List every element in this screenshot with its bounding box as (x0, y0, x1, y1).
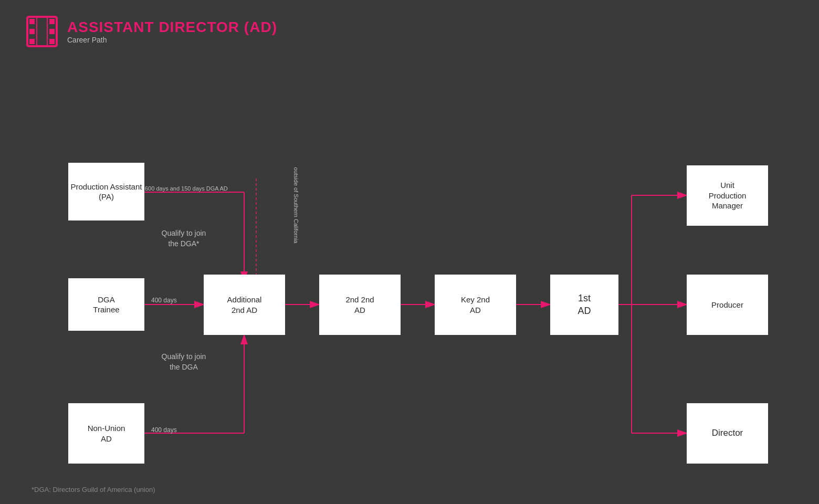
career-path-diagram: Production Assistant (PA) DGATrainee Add… (32, 74, 798, 483)
page-subtitle: Career Path (67, 36, 277, 44)
box-key-2nd-ad: Key 2ndAD (435, 275, 516, 335)
svg-rect-2 (29, 19, 35, 24)
box-non-union-ad: Non-UnionAD (68, 403, 144, 464)
svg-rect-3 (29, 29, 35, 34)
box-dga-trainee: DGATrainee (68, 278, 144, 331)
footnote: *DGA: Directors Guild of America (union) (32, 486, 155, 494)
svg-rect-7 (49, 39, 55, 44)
box-1st-ad: 1stAD (550, 275, 618, 335)
page-title: ASSISTANT DIRECTOR (AD) (67, 19, 277, 36)
film-icon (26, 16, 58, 47)
svg-rect-5 (49, 19, 55, 24)
label-qualify-top: Qualify to jointhe DGA* (142, 228, 226, 249)
diagram-arrows (32, 74, 798, 483)
box-producer: Producer (687, 275, 768, 335)
label-qualify-bottom: Qualify to jointhe DGA (142, 352, 226, 372)
svg-rect-6 (49, 29, 55, 34)
svg-rect-4 (29, 39, 35, 44)
header-text: ASSISTANT DIRECTOR (AD) Career Path (67, 19, 277, 44)
label-600-days: 600 days and 150 days DGA AD (145, 185, 228, 192)
box-unit-production-manager: UnitProductionManager (687, 165, 768, 226)
label-400-days-top: 400 days (151, 297, 177, 304)
box-production-assistant: Production Assistant (PA) (68, 163, 144, 220)
label-outside-so-cal: outside of Southern California (293, 167, 299, 244)
box-director: Director (687, 403, 768, 464)
box-2nd-2nd-ad: 2nd 2ndAD (319, 275, 401, 335)
box-additional-2nd-ad: Additional2nd AD (204, 275, 285, 335)
header: ASSISTANT DIRECTOR (AD) Career Path (0, 0, 819, 63)
label-400-days-bottom: 400 days (151, 426, 177, 434)
